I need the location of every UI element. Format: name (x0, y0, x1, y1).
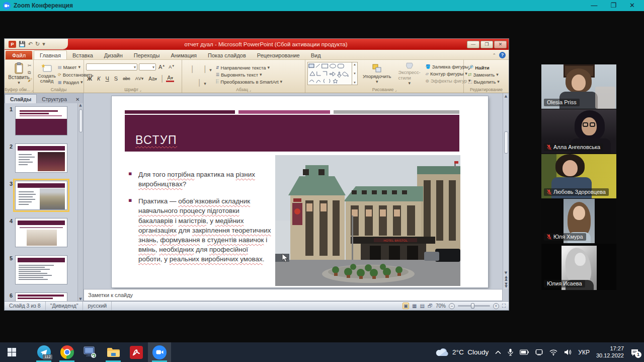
weather-widget[interactable]: 2°C Cloudy (436, 348, 489, 356)
zoom-out-button[interactable]: − (449, 303, 455, 309)
volume-icon[interactable] (564, 349, 572, 355)
ribbon-tab-4[interactable]: Переходы (128, 51, 166, 59)
powerpoint-app-icon[interactable]: P (9, 41, 16, 48)
strikethrough-button[interactable]: abc (122, 76, 131, 81)
zoom-in-button[interactable]: + (493, 303, 499, 309)
grow-font-button[interactable]: А▲ (157, 64, 166, 70)
collapse-ribbon-icon[interactable]: ⌃ (492, 53, 496, 58)
slide-sorter-button[interactable]: ▦ (412, 303, 417, 309)
replace-button[interactable]: ⇄Заменить▾ (468, 72, 507, 78)
fit-to-window-button[interactable]: ⛶ (502, 303, 506, 309)
slide-thumbnail-1[interactable]: 1 (8, 106, 76, 135)
tray-expand-icon[interactable] (495, 350, 501, 354)
redo-icon[interactable]: ↻ (35, 41, 40, 47)
change-case-button[interactable]: Аа▾ (147, 76, 158, 82)
ribbon-tab-1[interactable]: Главная (34, 50, 67, 59)
next-slide-button[interactable]: ▼▼ (505, 283, 507, 288)
shrink-font-button[interactable]: А▼ (168, 64, 176, 69)
ppt-minimize-button[interactable]: — (467, 41, 479, 48)
select-button[interactable]: ⬚Выделить▾ (468, 79, 507, 85)
slide-thumbnail-4[interactable]: 4 (8, 218, 76, 247)
restore-button[interactable]: ❐ (610, 0, 616, 11)
ppt-close-button[interactable]: ✕ (494, 41, 507, 48)
display-sync-icon[interactable] (535, 349, 543, 355)
clock[interactable]: 17:27 30.12.2022 (596, 345, 624, 359)
ribbon-tab-3[interactable]: Дизайн (99, 51, 128, 59)
ribbon-tab-0[interactable]: Файл (6, 51, 32, 59)
tab-slides[interactable]: Слайды (5, 94, 37, 103)
taskbar-explorer[interactable] (102, 342, 125, 362)
quick-styles-button[interactable]: Экспресс-стили▾ (396, 61, 423, 86)
font-size-combo[interactable]: ▾ (139, 63, 156, 70)
normal-view-button[interactable]: ▣ (403, 303, 409, 309)
format-painter-icon[interactable]: 🖌 (28, 78, 32, 83)
participant-tile-yulya-khmura[interactable]: Юля Хмура (541, 199, 616, 243)
taskbar-acrobat[interactable] (125, 342, 148, 362)
find-button[interactable]: 🔎Найти (468, 65, 507, 70)
theme-name[interactable]: "Дивиденд" (46, 302, 84, 310)
italic-button[interactable]: К (96, 76, 101, 82)
minimize-button[interactable]: — (591, 0, 597, 11)
slideshow-button[interactable]: 🗗 (428, 303, 433, 309)
zoom-slider[interactable] (458, 305, 490, 307)
save-icon[interactable]: 💾 (19, 41, 26, 47)
ppt-restore-button[interactable]: ❐ (480, 41, 493, 48)
line-spacing-button[interactable]: ▾ (209, 64, 212, 74)
copy-icon[interactable]: ⧉ (28, 70, 32, 76)
wifi-icon[interactable] (549, 349, 557, 355)
participant-tile-alla[interactable]: Алла Ангеловська (541, 109, 616, 154)
hotel-photo[interactable]: HOTEL BRISTOL (275, 155, 460, 286)
participant-tile-lyubov[interactable]: Любовь Здоровцева (541, 154, 616, 198)
participant-tile-yuliya-isaeva-active[interactable]: Юлия Исаева (541, 244, 616, 290)
notification-center-icon[interactable]: 1 (630, 348, 639, 356)
shapes-gallery[interactable]: ▲▼▼ (307, 62, 358, 85)
font-color-button[interactable]: А▾ (166, 75, 174, 82)
slide-thumbnail-6[interactable]: 6 (8, 293, 76, 301)
battery-icon[interactable] (520, 349, 529, 355)
slide-bullet-list[interactable]: Для того потрібна практика на різних вир… (127, 170, 272, 271)
undo-icon[interactable]: ↶ (28, 41, 33, 47)
reading-view-button[interactable]: ▤ (420, 303, 425, 309)
close-button[interactable]: ✕ (629, 0, 635, 11)
slide-area: ВСТУП Для того потрібна практика на різн… (84, 93, 509, 301)
ribbon-tab-8[interactable]: Вид (305, 51, 327, 59)
font-name-combo[interactable]: ▾ (86, 63, 137, 70)
microphone-icon[interactable] (508, 348, 513, 356)
cut-icon[interactable]: ✂ (28, 63, 32, 68)
slide-title-block[interactable]: ВСТУП (125, 115, 459, 152)
start-button[interactable] (0, 342, 23, 362)
columns-button[interactable]: ▾ (204, 78, 206, 87)
text-direction-button[interactable]: ⇵Направление текста▾ (216, 65, 282, 70)
slide-thumbnail-2[interactable]: 2 (8, 143, 76, 173)
slide-thumbnail-5[interactable]: 5 (8, 255, 76, 284)
slide-scrollbar[interactable]: ▲ ▼ ▲▲ ▼▼ (503, 93, 509, 289)
taskbar-computer[interactable] (78, 342, 102, 362)
ribbon-tab-6[interactable]: Показ слайдов (202, 51, 252, 59)
notes-pane[interactable]: Заметки к слайду (84, 289, 503, 301)
char-spacing-button[interactable]: АV▾ (134, 76, 145, 81)
slide-panel-scrollbar[interactable]: ▲ ▼ (77, 103, 83, 301)
new-slide-button[interactable]: Создать слайд (36, 61, 58, 86)
qat-dropdown-icon[interactable]: ▾ (42, 41, 45, 47)
taskbar-chrome[interactable] (55, 342, 78, 362)
underline-button[interactable]: Ч (104, 76, 110, 82)
language-indicator[interactable]: УКР (578, 349, 590, 356)
ribbon-tab-7[interactable]: Рецензирование (252, 51, 305, 59)
slide-canvas[interactable]: ВСТУП Для того потрібна практика на різн… (112, 96, 488, 287)
slide-thumbnail-3-selected[interactable]: 3 (8, 181, 76, 210)
help-icon[interactable]: ? (499, 52, 506, 58)
previous-slide-button[interactable]: ▲▲ (505, 276, 507, 281)
bold-button[interactable]: Ж (86, 76, 93, 82)
proofing-language[interactable]: русский (83, 302, 112, 310)
tab-outline[interactable]: Структура (37, 95, 72, 103)
ribbon-tab-2[interactable]: Вставка (67, 51, 99, 59)
shadow-button[interactable]: S (113, 76, 119, 82)
participant-tile-olesia[interactable]: Olesia Priss (541, 64, 616, 109)
ribbon-tab-5[interactable]: Анимация (165, 51, 202, 59)
taskbar-zoom-active[interactable] (148, 342, 171, 362)
smartart-button[interactable]: ⬱Преобразовать в SmartArt▾ (216, 79, 282, 85)
taskbar-telegram[interactable]: 112 (32, 342, 55, 362)
arrange-button[interactable]: Упорядочить▾ (361, 61, 393, 86)
align-text-button[interactable]: ☰Выровнять текст▾ (216, 72, 282, 78)
panel-close-icon[interactable]: ✕ (72, 97, 83, 103)
